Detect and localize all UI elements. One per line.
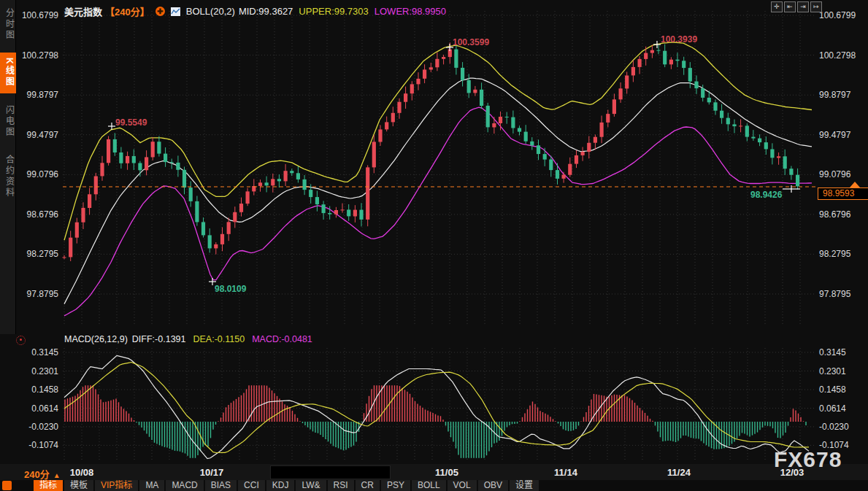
boll-upper-line [64,42,812,240]
macd-macd-value: MACD:-0.0481 [252,334,312,344]
axis-label: -0.0230 [819,422,849,432]
grid [63,11,815,461]
price-annotation: 100.3599 [453,37,489,47]
annotations: 99.5549100.3599100.393998.010998.9426 [108,34,800,294]
macd-header: MACD(26,12,9) DIFF:-0.1391 DEA:-0.1150 M… [64,334,312,344]
chart-canvas[interactable]: 100.6799100.6799100.2798100.279899.87979… [0,0,868,464]
toolbar-button-LW&[interactable]: LW& [296,480,326,491]
axis-label: 0.0614 [819,403,846,414]
trading-terminal: 100.6799100.6799100.2798100.279899.87979… [0,0,868,491]
toolbar-button-RSI[interactable]: RSI [328,480,354,491]
axis-label: 0.1458 [31,384,58,395]
boll-mid-line [64,78,812,304]
axis-label: 99.8797 [27,90,59,100]
price-annotation: 99.5549 [115,117,147,128]
date-tick: 11/14 [554,467,577,478]
axis-label: 98.6796 [819,209,851,220]
corner-menu-icon[interactable] [2,481,12,490]
axis-label: 99.4797 [27,130,59,140]
price-annotation: 100.3939 [661,34,697,45]
axis-labels: 100.6799100.6799100.2798100.279899.87979… [22,10,856,450]
axis-label: 99.0796 [819,169,851,179]
period-arrow-icon: ▲ [53,471,61,479]
sidebar-tab-合约资料[interactable]: 合约资料 [0,150,16,204]
period-selector[interactable]: 240分▲ [24,467,61,481]
toolbar-button-设置[interactable]: 设置 [510,480,539,491]
date-tick: 10/17 [200,467,224,478]
axis-label: 0.3145 [819,347,846,357]
toolbar-button-BIAS[interactable]: BIAS [205,480,237,491]
zoom-out-tool-icon[interactable]: ⇥ [797,1,809,12]
candles [62,42,799,261]
toolbar-button-PSY[interactable]: PSY [381,480,410,491]
time-axis-row: 240分▲ 10/0810/1711/0511/1411/2412/03 [0,464,868,480]
axis-label: 0.0614 [31,403,58,414]
zoom-in-tool-icon[interactable]: ⇤ [784,1,796,12]
pan-right-tool-icon[interactable]: ↦ [810,1,822,12]
toolbar-button-模板[interactable]: 模板 [64,480,93,491]
price-up-arrow-icon [850,182,860,187]
boll-upper-value: UPPER:99.7303 [299,6,368,17]
axis-label: 0.1458 [819,384,846,395]
axis-label: 0.3145 [31,347,58,357]
period-text: 240分 [24,469,50,480]
mini-chart-icon [171,7,180,16]
last-price-tag: 98.9593 [818,187,868,200]
sidebar-tab-分时图[interactable]: 分时图 [0,3,16,46]
add-indicator-icon[interactable]: ✚ [155,7,165,16]
watermark: FX678 [774,447,842,472]
sidebar-tabs: 分时图K线图闪电图合约资料 [0,0,16,334]
toolbar-button-指标[interactable]: 指标 [34,480,63,491]
axis-label: 98.2795 [819,249,851,259]
toolbar-button-VOL[interactable]: VOL [448,480,477,491]
sidebar-tab-K线图[interactable]: K线图 [0,53,16,93]
axis-label: 97.8795 [819,289,851,299]
axis-label: 100.6799 [819,10,856,20]
price-annotation: 98.0109 [215,284,247,294]
boll-lower-value: LOWER:98.9950 [375,6,446,17]
toolbar-button-OBV[interactable]: OBV [478,480,508,491]
axis-label: -0.0230 [28,422,58,432]
period-badge: 【240分】 [105,4,150,18]
toolbar-button-CR[interactable]: CR [356,480,380,491]
axis-label: -0.1074 [28,440,58,450]
sidebar-tab-闪电图[interactable]: 闪电图 [0,100,16,143]
axis-label: 99.8797 [819,90,851,100]
crosshair-tool-icon[interactable]: ✛ [771,1,783,12]
macd-title: MACD(26,12,9) [64,334,128,344]
date-tick: 11/05 [435,467,458,478]
toolbar-button-VIP指标[interactable]: VIP指标 [95,480,138,491]
boll-label: BOLL(20,2) [186,6,235,17]
date-tick: 10/08 [70,467,94,478]
price-annotation: 98.9426 [750,190,783,200]
date-tick: 11/24 [667,467,691,478]
axis-label: 0.2301 [819,366,846,376]
axis-label: 100.6799 [22,10,58,20]
axis-label: 100.2798 [819,50,856,61]
boll-mid-value: MID:99.3627 [239,6,293,17]
axis-label: 0.2301 [31,366,58,376]
macd-dea-line [64,363,809,453]
macd-diff-value: DIFF:-0.1391 [132,334,186,344]
timeline-scroll-thumb[interactable] [270,465,391,479]
axis-label: 97.8795 [27,289,59,299]
chart-header: 美元指数 【240分】 ✚ BOLL(20,2) MID:99.3627 UPP… [64,4,446,18]
toolbar-button-BOLL[interactable]: BOLL [412,480,446,491]
symbol-name: 美元指数 [64,4,102,18]
toolbar-button-KDJ[interactable]: KDJ [266,480,295,491]
macd-collapse-icon[interactable] [16,336,26,345]
toolbar-button-MACD[interactable]: MACD [166,480,203,491]
chart-tool-buttons: ✛⇤⇥↦ [771,1,822,12]
boll-lower-line [64,107,812,316]
toolbar-button-CCI[interactable]: CCI [238,480,265,491]
indicator-toolbar: 指标模板VIP指标MAMACDBIASCCIKDJLW&RSICRPSYBOLL… [0,480,868,491]
macd-dea-value: DEA:-0.1150 [193,334,245,344]
toolbar-button-MA[interactable]: MA [139,480,164,491]
axis-label: 98.2795 [27,249,59,259]
axis-label: 98.6796 [27,209,59,220]
axis-label: 99.0796 [27,169,59,179]
axis-label: 100.2798 [22,50,58,61]
axis-label: 99.4797 [819,130,851,140]
